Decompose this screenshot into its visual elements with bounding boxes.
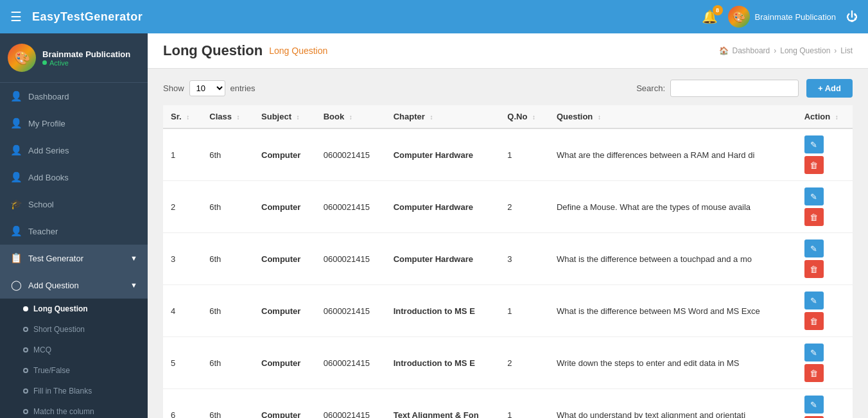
cell-chapter: Introduction to MS E [386, 285, 500, 337]
test-gen-icon: 📋 [10, 252, 22, 264]
sub-label-fill-blanks: Fill in The Blanks [33, 387, 92, 396]
sidebar-item-true-false[interactable]: True/False [0, 360, 148, 381]
table-container: Show 10 25 50 100 entries Search: + Add [148, 69, 868, 418]
sidebar-item-teacher[interactable]: 👤 Teacher [0, 218, 148, 245]
sidebar-item-mcq[interactable]: MCQ [0, 340, 148, 360]
navbar-username: Brainmate Publication [755, 12, 836, 22]
sidebar-item-add-books[interactable]: 👤 Add Books [0, 164, 148, 191]
sort-sr-icon[interactable]: ↕ [186, 114, 189, 121]
cell-qno: 2 [499, 337, 549, 389]
cell-chapter: Computer Hardware [386, 233, 500, 285]
edit-button[interactable]: ✎ [804, 396, 824, 414]
sidebar-item-test-generator[interactable]: 📋 Test Generator ▼ [0, 245, 148, 272]
sort-book-icon[interactable]: ↕ [349, 114, 352, 121]
cell-subject: Computer [254, 337, 316, 389]
col-subject: Subject ↕ [254, 105, 316, 128]
cell-qno: 2 [499, 181, 549, 233]
edit-button[interactable]: ✎ [804, 135, 824, 153]
col-action: Action ↕ [797, 105, 853, 128]
cell-book: 0600021415 [316, 233, 386, 285]
cell-chapter: Computer Hardware [386, 181, 500, 233]
sort-question-icon[interactable]: ↕ [598, 114, 601, 121]
cell-chapter: Computer Hardware [386, 128, 500, 181]
cell-sr: 1 [163, 128, 202, 181]
cell-class: 6th [202, 233, 254, 285]
sidebar-label-add-series: Add Series [28, 146, 69, 155]
sidebar-item-my-profile[interactable]: 👤 My Profile [0, 110, 148, 137]
sort-class-icon[interactable]: ↕ [237, 114, 240, 121]
cell-action: ✎ 🗑 [797, 233, 853, 285]
sidebar-item-add-question[interactable]: ◯ Add Question ▼ [0, 272, 148, 299]
add-button[interactable]: + Add [806, 79, 853, 98]
edit-button[interactable]: ✎ [804, 187, 824, 205]
table-row: 5 6th Computer 0600021415 Introduction t… [163, 337, 853, 389]
main-content: Long Question Long Question 🏠 Dashboard … [148, 33, 868, 418]
edit-button[interactable]: ✎ [804, 292, 824, 309]
status-dot [42, 60, 47, 65]
sort-action-icon[interactable]: ↕ [835, 114, 838, 121]
cell-book: 0600021415 [316, 285, 386, 337]
action-btns: ✎ 🗑 [804, 344, 845, 382]
hamburger-icon[interactable]: ☰ [10, 9, 22, 24]
sidebar-label-add-question: Add Question [28, 281, 79, 290]
cell-action: ✎ 🗑 [797, 389, 853, 419]
delete-button[interactable]: 🗑 [804, 208, 824, 226]
cell-sr: 6 [163, 389, 202, 419]
col-chapter: Chapter ↕ [386, 105, 500, 128]
delete-button[interactable]: 🗑 [804, 156, 824, 174]
power-icon[interactable]: ⏻ [846, 10, 858, 24]
cell-book: 0600021415 [316, 128, 386, 181]
status-text: Active [49, 59, 69, 67]
navbar-avatar: 🎨 [728, 6, 750, 28]
col-question: Question ↕ [549, 105, 797, 128]
search-input[interactable] [670, 80, 799, 97]
navbar-user[interactable]: 🎨 Brainmate Publication [728, 6, 836, 28]
cell-chapter: Text Alignment & Fon [386, 389, 500, 419]
notification-bell[interactable]: 🔔 8 [702, 9, 718, 24]
sidebar-item-add-series[interactable]: 👤 Add Series [0, 137, 148, 164]
cell-qno: 1 [499, 128, 549, 181]
books-icon: 👤 [10, 171, 22, 183]
col-sr: Sr. ↕ [163, 105, 202, 128]
sidebar-label-test-generator: Test Generator [28, 254, 83, 263]
cell-subject: Computer [254, 128, 316, 181]
table-row: 2 6th Computer 0600021415 Computer Hardw… [163, 181, 853, 233]
edit-button[interactable]: ✎ [804, 239, 824, 257]
entries-select[interactable]: 10 25 50 100 [189, 80, 225, 96]
show-entries: Show 10 25 50 100 entries [163, 80, 256, 96]
cell-class: 6th [202, 285, 254, 337]
sidebar-label-add-books: Add Books [28, 173, 69, 182]
edit-button[interactable]: ✎ [804, 344, 824, 361]
mcq-circle-icon [23, 347, 28, 353]
teacher-icon: 👤 [10, 225, 22, 237]
sidebar: 🎨 Brainmate Publication Active 👤 Dashboa… [0, 33, 148, 418]
sidebar-item-match-column[interactable]: Match the column [0, 401, 148, 418]
cell-action: ✎ 🗑 [797, 285, 853, 337]
action-btns: ✎ 🗑 [804, 239, 845, 278]
sort-chapter-icon[interactable]: ↕ [430, 114, 433, 121]
delete-button[interactable]: 🗑 [804, 260, 824, 278]
sidebar-profile-name: Brainmate Publication [42, 49, 130, 59]
sidebar-item-long-question[interactable]: Long Question [0, 299, 148, 319]
sidebar-item-dashboard[interactable]: 👤 Dashboard [0, 83, 148, 110]
cell-action: ✎ 🗑 [797, 128, 853, 181]
sidebar-item-short-question[interactable]: Short Question [0, 319, 148, 340]
cell-class: 6th [202, 389, 254, 419]
cell-question: What do understand by text alignment and… [549, 389, 797, 419]
col-class: Class ↕ [202, 105, 254, 128]
sidebar-label-school: School [28, 200, 54, 209]
sort-qno-icon[interactable]: ↕ [532, 114, 535, 121]
cell-book: 0600021415 [316, 337, 386, 389]
sidebar-label-teacher: Teacher [28, 227, 58, 236]
col-book: Book ↕ [316, 105, 386, 128]
sidebar-item-school[interactable]: 🎓 School [0, 191, 148, 218]
data-table: Sr. ↕ Class ↕ Subject ↕ Book ↕ Chapter ↕… [163, 105, 853, 418]
cell-question: What is the difference between a touchpa… [549, 233, 797, 285]
cell-subject: Computer [254, 233, 316, 285]
breadcrumb-current: List [840, 46, 853, 55]
delete-button[interactable]: 🗑 [804, 312, 824, 330]
sidebar-item-fill-blanks[interactable]: Fill in The Blanks [0, 381, 148, 401]
delete-button[interactable]: 🗑 [804, 364, 824, 382]
breadcrumb-sep2: › [834, 46, 837, 55]
sort-subject-icon[interactable]: ↕ [297, 114, 300, 121]
